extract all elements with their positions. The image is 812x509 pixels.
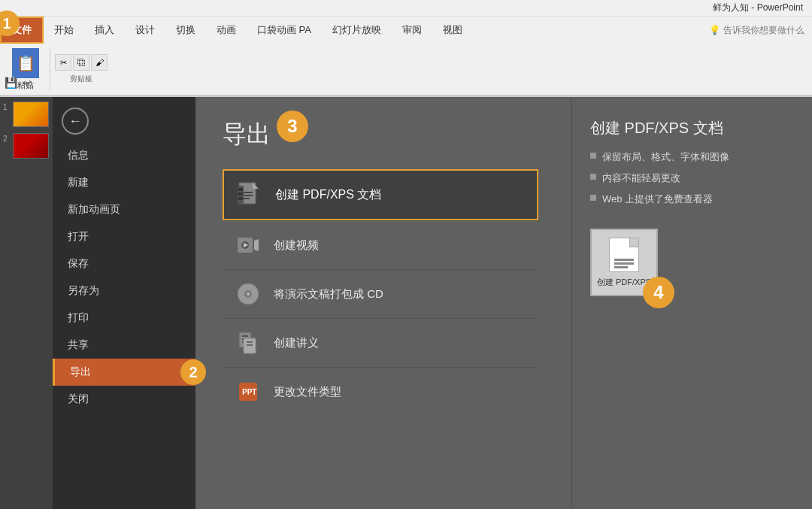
slide-num-1: 1 <box>3 103 11 111</box>
cut-button[interactable]: ✂ <box>55 54 71 71</box>
handout-option-icon <box>235 329 262 356</box>
right-panel-title: 创建 PDF/XPS 文档 <box>590 118 794 138</box>
title-text: 鲜为人知 - PowerPoint <box>713 2 803 14</box>
bullet-3 <box>590 195 596 201</box>
menu-item-close[interactable]: 关闭 <box>53 386 195 413</box>
pdf-corner <box>629 238 638 247</box>
ribbon-divider-1 <box>50 48 50 90</box>
main-layout: 1 2 ← 信息 新建 新加动画页 打开 保存 另存为 打印 <box>0 97 812 509</box>
export-option-pdf-label: 创建 PDF/XPS 文档 <box>275 187 381 203</box>
export-option-handout-label: 创建讲义 <box>274 336 319 350</box>
menu-item-add-slide[interactable]: 新加动画页 <box>53 196 195 223</box>
bullet-item-1: 保留布局、格式、字体和图像 <box>590 150 794 164</box>
undo-button[interactable]: ↩ <box>20 75 35 90</box>
tab-review[interactable]: 审阅 <box>392 17 432 44</box>
bullet-item-2: 内容不能轻易更改 <box>590 171 794 185</box>
bullet-text-1: 保留布局、格式、字体和图像 <box>602 150 729 164</box>
svg-text:PPT: PPT <box>242 388 256 396</box>
tab-view[interactable]: 视图 <box>432 17 473 44</box>
export-option-cd[interactable]: 将演示文稿打包成 CD <box>223 270 538 318</box>
export-option-filetype[interactable]: PPT 更改文件类型 <box>223 368 538 416</box>
slides-panel: 1 2 <box>0 97 53 509</box>
right-panel: 创建 PDF/XPS 文档 保留布局、格式、字体和图像 内容不能轻易更改 Web… <box>571 97 812 509</box>
menu-item-new[interactable]: 新建 <box>53 169 195 196</box>
export-option-pdf[interactable]: 创建 PDF/XPS 文档 <box>223 169 538 220</box>
svg-rect-8 <box>238 197 243 200</box>
tab-insert[interactable]: 插入 <box>84 17 125 44</box>
bulb-icon: 💡 <box>709 25 720 35</box>
filetype-option-icon: PPT <box>235 378 262 405</box>
bullet-item-3: Web 上提供了免费查看器 <box>590 192 794 206</box>
ribbon-content: 📋 粘贴 ✂ ⿻ 🖌 剪贴板 💾 ↩ <box>0 44 812 96</box>
slide-image-2 <box>13 133 49 159</box>
menu-item-print[interactable]: 打印 <box>53 304 195 332</box>
clipboard-label: 剪贴板 <box>70 74 92 84</box>
pdf-line-3 <box>614 266 628 268</box>
export-option-filetype-label: 更改文件类型 <box>274 385 341 399</box>
content-area: 导出 3 <box>195 97 571 509</box>
svg-rect-3 <box>242 195 253 196</box>
export-title: 导出 <box>223 118 271 151</box>
pdf-option-icon <box>236 181 263 208</box>
badge-3: 3 <box>277 111 308 142</box>
tab-start[interactable]: 开始 <box>44 17 84 44</box>
paste-icon: 📋 <box>12 48 39 78</box>
slide-image-1 <box>13 101 49 127</box>
svg-rect-21 <box>247 341 253 343</box>
tab-slideshow[interactable]: 幻灯片放映 <box>322 17 392 44</box>
quick-access: 💾 ↩ <box>3 75 35 90</box>
badge-2: 2 <box>180 359 206 385</box>
pdf-line-1 <box>614 259 634 261</box>
ribbon-area: 文件 1 开始 插入 设计 切换 动画 口袋动画 PA 幻灯片放映 审阅 <box>0 17 812 97</box>
export-option-video-label: 创建视频 <box>274 238 319 253</box>
search-placeholder: 告诉我你想要做什么 <box>723 24 804 37</box>
pdf-btn-icon <box>609 238 639 272</box>
tab-file[interactable]: 文件 1 <box>0 17 44 44</box>
tab-design[interactable]: 设计 <box>125 17 165 44</box>
badge-4: 4 <box>643 277 674 308</box>
sidebar-menu: ← 信息 新建 新加动画页 打开 保存 另存为 打印 共享 导出 2 <box>53 97 195 509</box>
copy-button[interactable]: ⿻ <box>73 54 89 71</box>
video-option-icon <box>235 232 262 259</box>
title-bar: 鲜为人知 - PowerPoint <box>0 0 812 17</box>
export-option-handout[interactable]: 创建讲义 <box>223 319 538 367</box>
clipboard-group: ✂ ⿻ 🖌 剪贴板 <box>55 54 108 84</box>
bullet-text-2: 内容不能轻易更改 <box>602 171 680 185</box>
svg-rect-2 <box>242 192 253 193</box>
export-option-video[interactable]: 创建视频 <box>223 221 538 269</box>
create-pdf-wrapper: 创建 PDF/XPS 4 <box>590 214 658 296</box>
export-options: 创建 PDF/XPS 文档 创建视频 <box>223 169 538 416</box>
cd-option-icon <box>235 280 262 308</box>
menu-item-export[interactable]: 导出 2 <box>53 359 195 386</box>
bullet-1 <box>590 153 596 159</box>
search-bar[interactable]: 💡 告诉我你想要做什么 <box>709 24 812 37</box>
pdf-lines <box>614 259 634 268</box>
ribbon-tabs: 文件 1 开始 插入 设计 切换 动画 口袋动画 PA 幻灯片放映 审阅 <box>0 17 812 44</box>
menu-item-info[interactable]: 信息 <box>53 142 195 169</box>
slide-thumb-2[interactable]: 2 <box>3 133 48 159</box>
svg-rect-6 <box>238 188 243 191</box>
svg-point-15 <box>247 292 250 295</box>
bullet-text-3: Web 上提供了免费查看器 <box>602 192 713 206</box>
menu-item-open[interactable]: 打开 <box>53 223 195 250</box>
clipboard-icons: ✂ ⿻ 🖌 <box>55 54 108 71</box>
menu-item-saveas[interactable]: 另存为 <box>53 277 195 304</box>
menu-item-share[interactable]: 共享 <box>53 332 195 359</box>
tab-animation[interactable]: 动画 <box>206 17 247 44</box>
tab-pocket-animation[interactable]: 口袋动画 PA <box>247 17 322 44</box>
save-qa-button[interactable]: 💾 <box>3 75 18 90</box>
export-option-cd-label: 将演示文稿打包成 CD <box>274 287 383 301</box>
tab-transition[interactable]: 切换 <box>165 17 206 44</box>
svg-rect-7 <box>238 192 243 195</box>
slide-num-2: 2 <box>3 135 11 143</box>
bullet-2 <box>590 174 596 180</box>
back-button[interactable]: ← <box>62 108 89 135</box>
svg-marker-10 <box>254 239 259 251</box>
pdf-line-2 <box>614 262 634 265</box>
svg-rect-22 <box>247 344 253 346</box>
menu-item-save[interactable]: 保存 <box>53 250 195 277</box>
slide-thumb-1[interactable]: 1 <box>3 101 48 127</box>
create-pdf-btn-label: 创建 PDF/XPS <box>597 277 651 288</box>
format-painter-button[interactable]: 🖌 <box>91 54 108 71</box>
title-row: 导出 3 <box>223 118 544 169</box>
